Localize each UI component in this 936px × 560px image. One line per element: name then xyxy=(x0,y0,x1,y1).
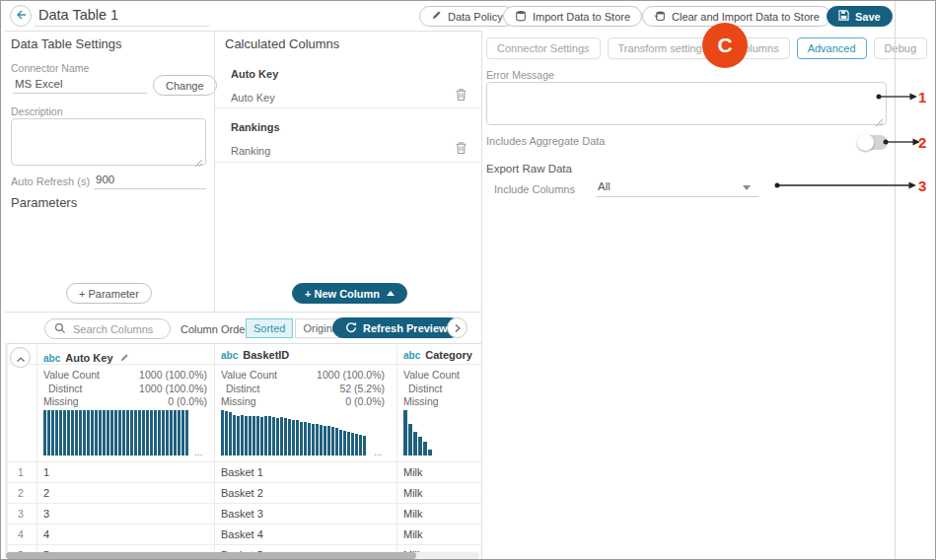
pencil-icon xyxy=(431,10,442,23)
caret-down-icon xyxy=(743,185,751,190)
data-rows: 1 1 Basket 1 Milk 2 2 Basket 2 Milk 3 3 … xyxy=(5,461,481,560)
tab-advanced[interactable]: Advanced xyxy=(797,37,867,59)
divider xyxy=(215,107,481,108)
connector-name-value[interactable]: MS Excel xyxy=(13,76,147,94)
annotation-number-2: 2 xyxy=(918,134,926,151)
database-icon xyxy=(515,10,527,24)
resize-handle-icon[interactable] xyxy=(194,154,203,163)
calculated-columns-panel: Calculated Columns Auto Key Auto Key Ran… xyxy=(215,31,481,312)
column-header-category[interactable]: abc Category xyxy=(403,349,472,361)
tab-connector-settings[interactable]: Connector Settings xyxy=(486,37,601,59)
description-textarea[interactable] xyxy=(11,118,206,166)
annotation-arrow-3 xyxy=(773,179,917,191)
page-title[interactable]: Data Table 1 xyxy=(38,7,118,23)
search-icon xyxy=(54,320,66,338)
text-type-icon: abc xyxy=(221,350,238,361)
divider xyxy=(214,31,215,312)
annotation-arrow-1 xyxy=(875,91,918,103)
error-message-label: Error Message xyxy=(486,69,554,81)
auto-refresh-label: Auto Refresh (s) xyxy=(11,175,90,187)
next-columns-button[interactable] xyxy=(447,317,468,338)
app-window: Data Table 1 Data Policy Import Data to … xyxy=(0,0,936,560)
calc-group-header: Rankings xyxy=(231,121,280,133)
refresh-icon xyxy=(345,321,357,335)
data-policy-button[interactable]: Data Policy xyxy=(419,6,515,27)
new-column-button[interactable]: + New Column xyxy=(292,283,407,304)
back-button[interactable] xyxy=(10,5,32,27)
calc-group-header: Auto Key xyxy=(231,68,278,80)
delete-icon[interactable] xyxy=(455,141,468,159)
table-row: 2 2 Basket 2 Milk xyxy=(5,483,481,504)
histogram-ellipsis: ... xyxy=(194,447,202,457)
save-icon xyxy=(838,10,849,23)
refresh-preview-button[interactable]: Refresh Preview xyxy=(332,317,461,338)
search-columns-input[interactable] xyxy=(71,322,160,336)
error-message-textarea[interactable] xyxy=(486,82,887,125)
clear-import-data-button[interactable]: Clear and Import Data to Store xyxy=(642,6,831,27)
back-arrow-icon xyxy=(15,7,27,25)
top-bar: Data Table 1 Data Policy Import Data to … xyxy=(2,1,895,31)
table-row: 4 4 Basket 4 Milk xyxy=(5,525,481,545)
horizontal-scrollbar-thumb[interactable] xyxy=(6,552,416,559)
order-sorted-option[interactable]: Sorted xyxy=(246,318,293,338)
edit-column-icon[interactable] xyxy=(119,349,129,367)
histogram-auto-key xyxy=(43,410,188,455)
annotation-number-3: 3 xyxy=(918,177,926,194)
text-type-icon: abc xyxy=(403,350,420,361)
table-row: 1 1 Basket 1 Milk xyxy=(5,462,481,483)
chevron-up-icon xyxy=(16,349,26,367)
calc-item[interactable]: Ranking xyxy=(231,145,270,157)
database-refresh-icon xyxy=(654,10,666,24)
advanced-panel: Connector Settings Transform settings Co… xyxy=(484,31,895,560)
histogram-category xyxy=(403,410,432,455)
caret-up-icon xyxy=(387,291,395,296)
parameters-title: Parameters xyxy=(11,195,77,210)
delete-icon[interactable] xyxy=(455,88,468,105)
annotation-arrow-2 xyxy=(882,136,921,148)
include-columns-dropdown[interactable]: All xyxy=(596,178,758,197)
connector-name-label: Connector Name xyxy=(11,62,89,74)
save-button[interactable]: Save xyxy=(827,6,893,27)
table-row: 3 3 Basket 3 Milk xyxy=(5,504,481,525)
divider xyxy=(215,162,481,163)
column-stats: Value Count1000 (100.0%) Distinct52 (5.2… xyxy=(221,369,385,409)
resize-handle-icon[interactable] xyxy=(875,113,884,122)
export-raw-data-title: Export Raw Data xyxy=(486,163,572,175)
column-stats: Value Count Distinct Missing xyxy=(403,369,492,409)
column-stats: Value Count1000 (100.0%) Distinct1000 (1… xyxy=(43,369,207,409)
includes-aggregate-label: Includes Aggregate Data xyxy=(486,135,605,147)
toggle-knob xyxy=(857,134,874,151)
column-header-auto-key[interactable]: abc Auto Key xyxy=(43,349,129,367)
tab-debug[interactable]: Debug xyxy=(874,37,927,59)
search-columns-field[interactable] xyxy=(44,318,171,339)
change-connector-button[interactable]: Change xyxy=(153,75,217,96)
import-data-button[interactable]: Import Data to Store xyxy=(503,6,642,27)
settings-panel-title: Data Table Settings xyxy=(11,36,122,51)
panel-edge xyxy=(895,1,896,560)
histogram-basketid xyxy=(221,410,366,455)
calculated-columns-title: Calculated Columns xyxy=(225,36,339,51)
divider xyxy=(481,31,482,560)
data-table-settings-panel: Data Table Settings Connector Name MS Ex… xyxy=(5,31,214,312)
add-parameter-button[interactable]: + Parameter xyxy=(66,283,152,304)
chevron-right-icon xyxy=(454,319,462,337)
column-header-basketid[interactable]: abc BasketID xyxy=(221,349,289,361)
title-underline xyxy=(35,26,209,27)
auto-refresh-value[interactable]: 900 xyxy=(94,172,206,189)
divider xyxy=(5,31,481,32)
collapse-stats-button[interactable] xyxy=(10,347,31,368)
data-preview-panel: Column Order Sorted Original Refresh Pre… xyxy=(5,313,481,560)
text-type-icon: abc xyxy=(43,353,60,364)
description-label: Description xyxy=(11,105,63,117)
calc-item[interactable]: Auto Key xyxy=(231,92,275,104)
histogram-ellipsis: ... xyxy=(374,447,382,457)
callout-circle-c: C xyxy=(702,23,748,68)
include-columns-label: Include Columns xyxy=(494,183,575,195)
annotation-number-1: 1 xyxy=(918,89,926,105)
column-order-label: Column Order xyxy=(180,323,249,335)
divider xyxy=(5,343,481,344)
